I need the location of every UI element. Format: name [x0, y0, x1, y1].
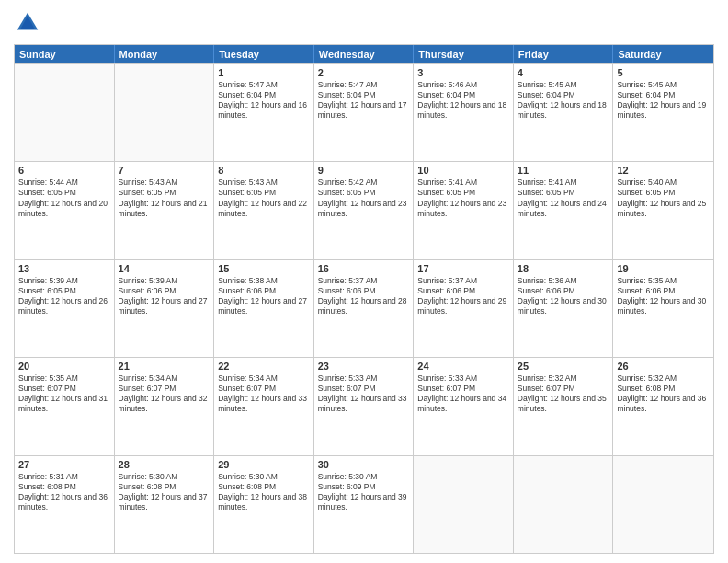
cell-day-number: 26 — [617, 361, 710, 372]
cell-day-number: 7 — [119, 165, 210, 176]
cell-day-number: 3 — [417, 67, 509, 78]
cell-day-number: 10 — [417, 165, 509, 176]
calendar-cell — [613, 456, 713, 553]
calendar-cell — [115, 64, 215, 161]
cell-info-text: Sunrise: 5:33 AM Sunset: 6:07 PM Dayligh… — [417, 373, 509, 414]
cell-day-number: 18 — [518, 263, 609, 274]
calendar-cell: 6Sunrise: 5:44 AM Sunset: 6:05 PM Daylig… — [15, 162, 115, 259]
cell-day-number: 22 — [218, 361, 310, 372]
cell-info-text: Sunrise: 5:45 AM Sunset: 6:04 PM Dayligh… — [617, 80, 710, 121]
calendar-cell: 29Sunrise: 5:30 AM Sunset: 6:08 PM Dayli… — [214, 456, 314, 553]
day-of-week-header: Sunday — [15, 45, 115, 63]
calendar-cell: 13Sunrise: 5:39 AM Sunset: 6:05 PM Dayli… — [15, 260, 115, 357]
calendar-cell: 26Sunrise: 5:32 AM Sunset: 6:08 PM Dayli… — [613, 358, 713, 454]
cell-info-text: Sunrise: 5:32 AM Sunset: 6:08 PM Dayligh… — [617, 373, 710, 414]
calendar-cell — [15, 64, 115, 161]
cell-info-text: Sunrise: 5:35 AM Sunset: 6:06 PM Dayligh… — [617, 276, 710, 316]
cell-info-text: Sunrise: 5:34 AM Sunset: 6:07 PM Dayligh… — [218, 373, 310, 414]
cell-day-number: 14 — [119, 263, 210, 274]
cell-day-number: 13 — [18, 263, 110, 274]
cell-info-text: Sunrise: 5:33 AM Sunset: 6:07 PM Dayligh… — [318, 373, 410, 414]
cell-day-number: 20 — [18, 361, 110, 372]
page: SundayMondayTuesdayWednesdayThursdayFrid… — [0, 0, 728, 563]
cell-day-number: 9 — [318, 165, 410, 176]
day-of-week-header: Friday — [514, 45, 614, 63]
cell-day-number: 21 — [119, 361, 210, 372]
day-of-week-header: Wednesday — [314, 45, 415, 63]
cell-info-text: Sunrise: 5:36 AM Sunset: 6:06 PM Dayligh… — [518, 276, 609, 316]
calendar-cell: 10Sunrise: 5:41 AM Sunset: 6:05 PM Dayli… — [414, 162, 514, 259]
calendar-cell: 2Sunrise: 5:47 AM Sunset: 6:04 PM Daylig… — [314, 64, 415, 161]
cell-day-number: 5 — [617, 67, 710, 78]
calendar-cell — [514, 456, 614, 553]
calendar-cell: 19Sunrise: 5:35 AM Sunset: 6:06 PM Dayli… — [613, 260, 713, 357]
calendar-cell: 5Sunrise: 5:45 AM Sunset: 6:04 PM Daylig… — [613, 64, 713, 161]
calendar-row-5: 27Sunrise: 5:31 AM Sunset: 6:08 PM Dayli… — [15, 455, 713, 553]
calendar-cell: 17Sunrise: 5:37 AM Sunset: 6:06 PM Dayli… — [414, 260, 514, 357]
cell-info-text: Sunrise: 5:30 AM Sunset: 6:08 PM Dayligh… — [119, 472, 210, 512]
calendar-body: 1Sunrise: 5:47 AM Sunset: 6:04 PM Daylig… — [15, 63, 713, 553]
calendar-cell: 30Sunrise: 5:30 AM Sunset: 6:09 PM Dayli… — [314, 456, 415, 553]
calendar-cell: 21Sunrise: 5:34 AM Sunset: 6:07 PM Dayli… — [115, 358, 215, 454]
cell-info-text: Sunrise: 5:35 AM Sunset: 6:07 PM Dayligh… — [18, 373, 110, 414]
cell-day-number: 17 — [417, 263, 509, 274]
calendar-cell: 23Sunrise: 5:33 AM Sunset: 6:07 PM Dayli… — [314, 358, 415, 454]
calendar-cell: 20Sunrise: 5:35 AM Sunset: 6:07 PM Dayli… — [15, 358, 115, 454]
calendar-cell: 1Sunrise: 5:47 AM Sunset: 6:04 PM Daylig… — [214, 64, 314, 161]
header — [14, 9, 714, 37]
cell-day-number: 12 — [617, 165, 710, 176]
calendar-cell: 18Sunrise: 5:36 AM Sunset: 6:06 PM Dayli… — [514, 260, 614, 357]
calendar-cell: 4Sunrise: 5:45 AM Sunset: 6:04 PM Daylig… — [514, 64, 614, 161]
cell-info-text: Sunrise: 5:41 AM Sunset: 6:05 PM Dayligh… — [518, 178, 609, 218]
cell-info-text: Sunrise: 5:31 AM Sunset: 6:08 PM Dayligh… — [18, 472, 110, 512]
cell-info-text: Sunrise: 5:37 AM Sunset: 6:06 PM Dayligh… — [318, 276, 410, 316]
cell-day-number: 15 — [218, 263, 310, 274]
calendar-row-3: 13Sunrise: 5:39 AM Sunset: 6:05 PM Dayli… — [15, 259, 713, 357]
calendar-cell: 27Sunrise: 5:31 AM Sunset: 6:08 PM Dayli… — [15, 456, 115, 553]
logo — [14, 9, 45, 37]
cell-info-text: Sunrise: 5:30 AM Sunset: 6:08 PM Dayligh… — [218, 472, 310, 512]
cell-day-number: 2 — [318, 67, 410, 78]
cell-info-text: Sunrise: 5:32 AM Sunset: 6:07 PM Dayligh… — [518, 373, 609, 414]
cell-info-text: Sunrise: 5:30 AM Sunset: 6:09 PM Dayligh… — [318, 472, 410, 512]
calendar-cell: 3Sunrise: 5:46 AM Sunset: 6:04 PM Daylig… — [414, 64, 514, 161]
calendar-cell: 22Sunrise: 5:34 AM Sunset: 6:07 PM Dayli… — [214, 358, 314, 454]
calendar-cell: 8Sunrise: 5:43 AM Sunset: 6:05 PM Daylig… — [214, 162, 314, 259]
cell-info-text: Sunrise: 5:39 AM Sunset: 6:05 PM Dayligh… — [18, 276, 110, 316]
calendar-row-2: 6Sunrise: 5:44 AM Sunset: 6:05 PM Daylig… — [15, 161, 713, 259]
calendar-header: SundayMondayTuesdayWednesdayThursdayFrid… — [15, 45, 713, 63]
cell-day-number: 24 — [417, 361, 509, 372]
calendar-row-1: 1Sunrise: 5:47 AM Sunset: 6:04 PM Daylig… — [15, 63, 713, 161]
day-of-week-header: Monday — [115, 45, 215, 63]
cell-day-number: 6 — [18, 165, 110, 176]
calendar-cell: 14Sunrise: 5:39 AM Sunset: 6:06 PM Dayli… — [115, 260, 215, 357]
cell-info-text: Sunrise: 5:47 AM Sunset: 6:04 PM Dayligh… — [218, 80, 310, 121]
cell-day-number: 23 — [318, 361, 410, 372]
cell-info-text: Sunrise: 5:42 AM Sunset: 6:05 PM Dayligh… — [318, 178, 410, 218]
calendar-cell: 11Sunrise: 5:41 AM Sunset: 6:05 PM Dayli… — [514, 162, 614, 259]
cell-day-number: 1 — [218, 67, 310, 78]
cell-info-text: Sunrise: 5:41 AM Sunset: 6:05 PM Dayligh… — [417, 178, 509, 218]
logo-icon — [14, 9, 41, 37]
cell-info-text: Sunrise: 5:40 AM Sunset: 6:05 PM Dayligh… — [617, 178, 710, 218]
cell-info-text: Sunrise: 5:34 AM Sunset: 6:07 PM Dayligh… — [119, 373, 210, 414]
calendar-cell: 15Sunrise: 5:38 AM Sunset: 6:06 PM Dayli… — [214, 260, 314, 357]
cell-info-text: Sunrise: 5:39 AM Sunset: 6:06 PM Dayligh… — [119, 276, 210, 316]
cell-day-number: 8 — [218, 165, 310, 176]
calendar-row-4: 20Sunrise: 5:35 AM Sunset: 6:07 PM Dayli… — [15, 357, 713, 454]
calendar-cell: 12Sunrise: 5:40 AM Sunset: 6:05 PM Dayli… — [613, 162, 713, 259]
day-of-week-header: Tuesday — [214, 45, 314, 63]
cell-info-text: Sunrise: 5:38 AM Sunset: 6:06 PM Dayligh… — [218, 276, 310, 316]
calendar-cell: 7Sunrise: 5:43 AM Sunset: 6:05 PM Daylig… — [115, 162, 215, 259]
cell-day-number: 16 — [318, 263, 410, 274]
calendar-cell: 25Sunrise: 5:32 AM Sunset: 6:07 PM Dayli… — [514, 358, 614, 454]
calendar-cell: 16Sunrise: 5:37 AM Sunset: 6:06 PM Dayli… — [314, 260, 415, 357]
cell-day-number: 11 — [518, 165, 609, 176]
cell-day-number: 25 — [518, 361, 609, 372]
cell-info-text: Sunrise: 5:43 AM Sunset: 6:05 PM Dayligh… — [218, 178, 310, 218]
cell-info-text: Sunrise: 5:46 AM Sunset: 6:04 PM Dayligh… — [417, 80, 509, 121]
cell-day-number: 4 — [518, 67, 609, 78]
cell-day-number: 29 — [218, 459, 310, 470]
cell-info-text: Sunrise: 5:43 AM Sunset: 6:05 PM Dayligh… — [119, 178, 210, 218]
calendar: SundayMondayTuesdayWednesdayThursdayFrid… — [14, 44, 714, 554]
